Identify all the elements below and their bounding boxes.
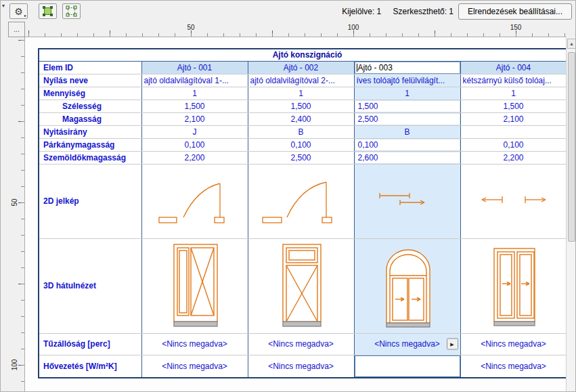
cell-sill-door2[interactable]: 0,100 bbox=[248, 138, 354, 151]
table-row: 2D jelkép bbox=[39, 164, 575, 238]
table-row: Tűzállóság [perc] <Nincs megadva> <Nincs… bbox=[39, 333, 575, 355]
cell-fire-door1[interactable]: <Nincs megadva> bbox=[141, 333, 248, 355]
toolbar: ▾ ⚙ ▸ Kijelölve: 1 Szer bbox=[1, 1, 575, 22]
row-label-3d-back-view: 3D hátulnézet bbox=[39, 238, 141, 333]
ruler-options-button[interactable]: ... bbox=[8, 22, 25, 37]
door-2d-sliding-icon bbox=[357, 167, 458, 235]
row-label-opening-direction: Nyitásirány bbox=[39, 125, 141, 138]
table-row: Nyílás neve ajtó oldalvilágítóval 1-... … bbox=[39, 74, 575, 87]
table-row: Hővezetés [W/m²K] <Nincs megadva> <Nincs… bbox=[39, 355, 575, 378]
cell-elem-id-door4[interactable]: Ajtó - 004 bbox=[460, 61, 567, 74]
cell-sill-door4[interactable]: 0,100 bbox=[460, 138, 567, 151]
cell-height-door3-editable[interactable]: 2,500 bbox=[354, 112, 460, 125]
cell-heat-door4[interactable]: <Nincs megadva> bbox=[460, 355, 567, 378]
cell-fire-door3[interactable]: <Nincs megadva> ▶ bbox=[354, 333, 460, 355]
cell-header-door2[interactable]: 2,500 bbox=[248, 151, 354, 164]
cell-name-door1[interactable]: ajtó oldalvilágítóval 1-... bbox=[141, 74, 248, 87]
layout-settings-button[interactable]: Elrendezések beállításai... bbox=[458, 3, 572, 20]
fire-value: <Nincs megadva> bbox=[374, 339, 440, 349]
row-label-opening-name: Nyílás neve bbox=[39, 74, 141, 87]
cell-qty-door1[interactable]: 1 bbox=[141, 87, 248, 100]
row-label-height: Magasság bbox=[39, 112, 141, 125]
scheme-settings-button[interactable]: ⚙ ▸ bbox=[9, 3, 28, 19]
row-label-fire-rating: Tűzállóság [perc] bbox=[39, 333, 141, 355]
row-label-heat-transfer: Hővezetés [W/m²K] bbox=[39, 355, 141, 378]
cell-2d-door3[interactable] bbox=[354, 164, 460, 238]
row-label-sill-height: Párkánymagasság bbox=[39, 138, 141, 151]
cell-width-door3-editable[interactable]: 1,500 bbox=[354, 100, 460, 112]
ruler-mark: 50 bbox=[11, 196, 20, 209]
ruler-mark: 50 bbox=[183, 24, 199, 31]
marquee-dashed-icon bbox=[65, 5, 78, 18]
row-label-width: Szélesség bbox=[39, 100, 141, 112]
status-editable: Szerkeszthető: 1 bbox=[393, 7, 453, 16]
cell-3d-door4[interactable] bbox=[460, 238, 567, 333]
cell-width-door1[interactable]: 1,500 bbox=[141, 100, 248, 112]
cell-fire-door2[interactable]: <Nincs megadva> bbox=[248, 333, 354, 355]
cell-heat-door2[interactable]: <Nincs megadva> bbox=[248, 355, 354, 378]
cell-3d-door3[interactable] bbox=[354, 238, 460, 333]
table-row: Nyitásirány J B B bbox=[39, 125, 575, 138]
door-2d-swing-sidelight-icon bbox=[250, 167, 352, 235]
cell-header-door1[interactable]: 2,200 bbox=[141, 151, 248, 164]
cell-2d-door2[interactable] bbox=[248, 164, 354, 238]
door-2d-double-sliding-icon bbox=[463, 167, 564, 235]
door-3d-arched-sliding-icon bbox=[357, 240, 458, 331]
cell-dir-door2[interactable]: B bbox=[248, 125, 354, 138]
table-row: Szélesség 1,500 1,500 1,500 1,500 bbox=[39, 100, 575, 112]
cell-qty-door2[interactable]: 1 bbox=[248, 87, 354, 100]
door-2d-swing-sidelight-icon bbox=[144, 167, 246, 235]
cell-dir-door1[interactable]: J bbox=[141, 125, 248, 138]
value-flyout-button[interactable]: ▶ bbox=[447, 339, 458, 350]
palette-flyout-arrow-icon[interactable]: ▾ bbox=[2, 3, 5, 9]
cell-elem-id-door2[interactable]: Ajtó - 002 bbox=[248, 61, 354, 74]
text-caret bbox=[357, 64, 357, 72]
cell-width-door2[interactable]: 1,500 bbox=[248, 100, 354, 112]
door-schedule-table: Ajtó konszignáció Elem ID Ajtó - 001 Ajt… bbox=[38, 48, 575, 378]
cell-header-door3-editable[interactable]: 2,600 bbox=[354, 151, 460, 164]
schedule-window: ▾ ⚙ ▸ Kijelölve: 1 Szer bbox=[0, 0, 576, 392]
cell-heat-door1[interactable]: <Nincs megadva> bbox=[141, 355, 248, 378]
cell-dir-door3[interactable]: B bbox=[354, 125, 460, 138]
cell-height-door4[interactable]: 2,100 bbox=[460, 112, 567, 125]
selection-status: Kijelölve: 1 Szerkeszthető: 1 bbox=[342, 7, 453, 16]
cell-header-door4[interactable]: 2,200 bbox=[460, 151, 567, 164]
cell-height-door2[interactable]: 2,400 bbox=[248, 112, 354, 125]
cell-height-door1[interactable]: 2,100 bbox=[141, 112, 248, 125]
vertical-ruler: 50 100 bbox=[8, 37, 25, 392]
cell-qty-door4[interactable]: 1 bbox=[460, 87, 567, 100]
cell-sill-door1[interactable]: 0,100 bbox=[141, 138, 248, 151]
cell-2d-door1[interactable] bbox=[141, 164, 248, 238]
cell-name-door4[interactable]: kétszárnyú külső tolóaj... bbox=[460, 74, 567, 87]
door-3d-transom-icon bbox=[250, 240, 352, 331]
cell-name-door3[interactable]: íves tolóajtó felülvilágít... bbox=[354, 74, 460, 87]
door-3d-double-sliding-icon bbox=[463, 240, 564, 331]
select-editable-elements-button[interactable] bbox=[62, 3, 81, 19]
cell-elem-id-door1[interactable]: Ajtó - 001 bbox=[141, 61, 248, 74]
horizontal-ruler: 50 100 150 bbox=[25, 22, 566, 37]
elem-id-edit-text: Ajtó - 003 bbox=[358, 63, 393, 72]
scrollbar-thumb[interactable] bbox=[568, 52, 575, 242]
vertical-scrollbar[interactable]: ▲ bbox=[566, 37, 576, 392]
row-label-quantity: Mennyiség bbox=[39, 87, 141, 100]
select-all-elements-button[interactable] bbox=[39, 3, 57, 19]
scroll-up-button[interactable]: ▲ bbox=[567, 39, 576, 49]
cell-qty-door3[interactable]: 1 bbox=[354, 87, 460, 100]
table-row: Párkánymagasság 0,100 0,100 0,100 0,100 bbox=[39, 138, 575, 151]
status-selected: Kijelölve: 1 bbox=[342, 7, 381, 16]
cell-fire-door4[interactable]: <Nincs megadva> bbox=[460, 333, 567, 355]
cell-width-door4[interactable]: 1,500 bbox=[460, 100, 567, 112]
table-row: Elem ID Ajtó - 001 Ajtó - 002 Ajtó - 003… bbox=[39, 61, 575, 74]
cell-elem-id-door3-editing[interactable]: Ajtó - 003 bbox=[354, 61, 460, 74]
schedule-title: Ajtó konszignáció bbox=[39, 49, 575, 61]
cell-heat-door3-editing[interactable] bbox=[354, 355, 460, 378]
cell-3d-door2[interactable] bbox=[248, 238, 354, 333]
door-3d-sidelight-icon bbox=[144, 240, 246, 331]
table-row: 3D hátulnézet bbox=[39, 238, 575, 333]
cell-3d-door1[interactable] bbox=[141, 238, 248, 333]
cell-name-door2[interactable]: ajtó oldalvilágítóval 2-... bbox=[248, 74, 354, 87]
cell-sill-door3-editable[interactable]: 0,100 bbox=[354, 138, 460, 151]
cell-dir-door4[interactable] bbox=[460, 125, 567, 138]
ruler-mark: 100 bbox=[11, 358, 20, 372]
cell-2d-door4[interactable] bbox=[460, 164, 567, 238]
